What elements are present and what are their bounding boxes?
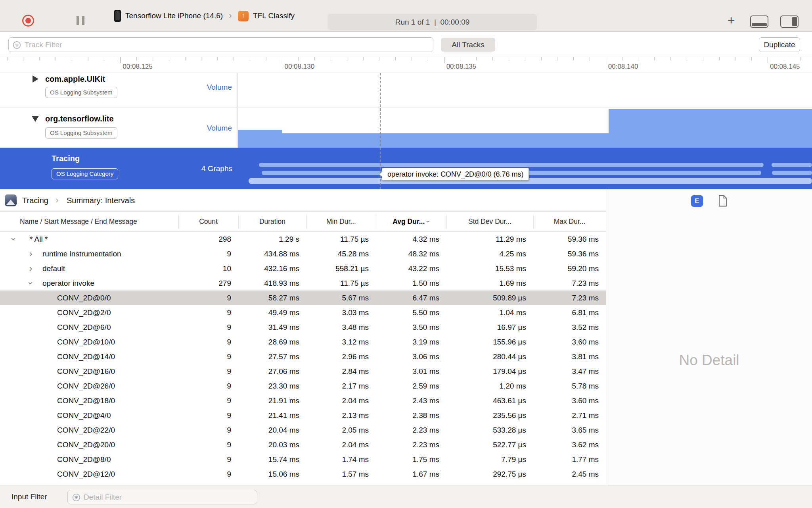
sort-chevron-icon: › (419, 221, 439, 223)
row-duration: 58.27 ms (238, 291, 299, 305)
extended-detail-icon[interactable]: E (691, 195, 703, 207)
column-header-count[interactable]: Count (178, 212, 238, 232)
column-header-min[interactable]: Min Dur... (306, 212, 376, 232)
table-row[interactable]: ›* All *2981.29 s11.75 µs4.32 ms11.29 ms… (0, 232, 606, 246)
row-count: 9 (178, 408, 231, 423)
column-header-stddev[interactable]: Std Dev Dur... (446, 212, 533, 232)
breadcrumb-root[interactable]: Tracing (22, 189, 48, 212)
row-min: 2.04 ms (306, 393, 369, 408)
row-min: 2.17 ms (306, 379, 369, 393)
table-row[interactable]: CONV_2D@6/0931.49 ms3.48 ms3.50 ms16.97 … (0, 320, 606, 335)
table-row[interactable]: CONV_2D@18/0921.91 ms2.04 ms2.43 ms463.6… (0, 393, 606, 408)
table-row[interactable]: ›operator invoke279418.93 ms11.75 µs1.50… (0, 276, 606, 291)
row-max: 3.62 ms (533, 437, 599, 452)
add-instrument-button[interactable]: + (724, 13, 738, 28)
detail-filter-field[interactable] (67, 490, 257, 504)
row-stddev: 4.25 ms (446, 246, 526, 261)
table-row[interactable]: CONV_2D@4/0921.41 ms2.13 ms2.38 ms235.56… (0, 408, 606, 423)
track-lane-uikit[interactable] (238, 73, 812, 108)
ruler-label: 00:08.140 (608, 63, 638, 71)
detail-filter-input[interactable] (84, 490, 254, 504)
track-header[interactable]: org.tensorflow.lite OS Logging Subsystem… (0, 108, 238, 148)
track-header[interactable]: Tracing OS Logging Category 4 Graphs (0, 148, 238, 189)
row-disclosure-icon[interactable]: › (29, 246, 32, 261)
row-count: 9 (178, 349, 231, 364)
track-meta-label: Volume (207, 123, 232, 134)
disclosure-triangle-icon[interactable] (32, 116, 39, 122)
row-disclosure-icon[interactable]: › (6, 238, 21, 241)
table-row[interactable]: CONV_2D@20/0920.03 ms2.04 ms2.23 ms522.7… (0, 437, 606, 452)
column-header-max[interactable]: Max Dur... (533, 212, 606, 232)
track-title: com.apple.UIKit (45, 74, 105, 84)
row-name: CONV_2D@8/0 (57, 452, 111, 467)
track-filter-field[interactable] (8, 37, 433, 52)
column-header-name[interactable]: Name / Start Message / End Message (20, 212, 178, 232)
track-badge: OS Logging Subsystem (45, 87, 117, 98)
table-row[interactable]: CONV_2D@16/0927.06 ms2.84 ms3.01 ms179.0… (0, 364, 606, 379)
table-row[interactable]: CONV_2D@8/0915.74 ms1.74 ms1.75 ms7.79 µ… (0, 452, 606, 467)
row-count: 10 (178, 261, 231, 276)
document-icon[interactable] (718, 195, 728, 208)
row-min: 2.04 ms (306, 437, 369, 452)
track-header[interactable]: com.apple.UIKit OS Logging Subsystem Vol… (0, 73, 238, 108)
row-min: 3.12 ms (306, 335, 369, 349)
row-count: 9 (178, 320, 231, 335)
track-com-apple-uikit[interactable]: com.apple.UIKit OS Logging Subsystem Vol… (0, 73, 812, 108)
row-max: 7.23 ms (533, 291, 599, 305)
all-tracks-button[interactable]: All Tracks (441, 38, 495, 52)
toggle-right-panel-button[interactable] (780, 15, 799, 28)
timeline-ruler[interactable]: 00:08.12500:08.13000:08.13500:08.14000:0… (0, 57, 812, 73)
row-avg: 2.59 ms (376, 379, 439, 393)
app-icon: ↑ (238, 11, 249, 21)
interval-capsule[interactable] (249, 178, 812, 184)
row-max: 3.65 ms (533, 423, 599, 437)
interval-capsule[interactable] (772, 163, 812, 167)
disclosure-triangle-icon[interactable] (33, 75, 38, 83)
table-row[interactable]: CONV_2D@0/0958.27 ms5.67 ms6.47 ms509.89… (0, 291, 606, 305)
track-area: com.apple.UIKit OS Logging Subsystem Vol… (0, 73, 812, 189)
row-min: 11.75 µs (306, 232, 369, 246)
row-avg: 2.23 ms (376, 423, 439, 437)
row-disclosure-icon[interactable]: › (29, 261, 32, 276)
track-org-tensorflow-lite[interactable]: org.tensorflow.lite OS Logging Subsystem… (0, 108, 812, 148)
row-name: runtime instrumentation (42, 246, 121, 261)
duplicate-button[interactable]: Duplicate (759, 37, 800, 52)
table-row[interactable]: CONV_2D@26/0923.30 ms2.17 ms2.59 ms1.20 … (0, 379, 606, 393)
interval-capsule[interactable] (259, 163, 764, 167)
table-row[interactable]: CONV_2D@10/0928.69 ms3.12 ms3.19 ms155.9… (0, 335, 606, 349)
volume-graph[interactable] (238, 108, 812, 148)
track-filter-input[interactable] (25, 38, 430, 52)
breadcrumb-page[interactable]: Summary: Intervals (67, 189, 135, 212)
track-tracing-selected[interactable]: Tracing OS Logging Category 4 Graphs ope… (0, 148, 812, 189)
table-row[interactable]: ›default10432.16 ms558.21 µs43.22 ms15.5… (0, 261, 606, 276)
interval-capsule[interactable] (772, 171, 812, 175)
row-name: CONV_2D@10/0 (57, 335, 115, 349)
table-row[interactable]: CONV_2D@22/0920.04 ms2.05 ms2.23 ms533.2… (0, 423, 606, 437)
target-selector[interactable]: Tensorflow Lite iPhone (14.6) › ↑ TFL Cl… (114, 0, 295, 32)
row-avg: 3.50 ms (376, 320, 439, 335)
row-avg: 2.43 ms (376, 393, 439, 408)
column-header-duration[interactable]: Duration (238, 212, 306, 232)
table-row[interactable]: ›runtime instrumentation9434.88 ms45.28 … (0, 246, 606, 261)
toggle-bottom-panel-button[interactable] (750, 15, 768, 28)
row-disclosure-icon[interactable]: › (23, 282, 38, 285)
row-name: CONV_2D@18/0 (57, 393, 115, 408)
breadcrumb: Tracing › Summary: Intervals (0, 189, 606, 212)
table-row[interactable]: CONV_2D@12/0915.06 ms1.57 ms1.67 ms292.7… (0, 467, 606, 481)
row-name: CONV_2D@6/0 (57, 320, 111, 335)
row-avg: 6.47 ms (376, 291, 439, 305)
row-max: 59.36 ms (533, 246, 599, 261)
row-stddev: 1.20 ms (446, 379, 526, 393)
row-duration: 21.41 ms (238, 408, 299, 423)
app-name: TFL Classify (253, 12, 295, 20)
row-count: 9 (178, 291, 231, 305)
column-header-avg[interactable]: Avg Dur...› (376, 212, 446, 232)
record-button[interactable] (22, 15, 34, 27)
interval-graph[interactable]: operator invoke: CONV_2D@0/0 (6.76 ms) (238, 148, 812, 189)
pause-button[interactable] (77, 16, 84, 25)
table-row[interactable]: CONV_2D@2/0949.49 ms3.03 ms5.50 ms1.04 m… (0, 305, 606, 320)
row-avg: 3.19 ms (376, 335, 439, 349)
row-max: 3.81 ms (533, 349, 599, 364)
row-name: * All * (30, 232, 48, 246)
table-row[interactable]: CONV_2D@14/0927.57 ms2.96 ms3.06 ms280.4… (0, 349, 606, 364)
